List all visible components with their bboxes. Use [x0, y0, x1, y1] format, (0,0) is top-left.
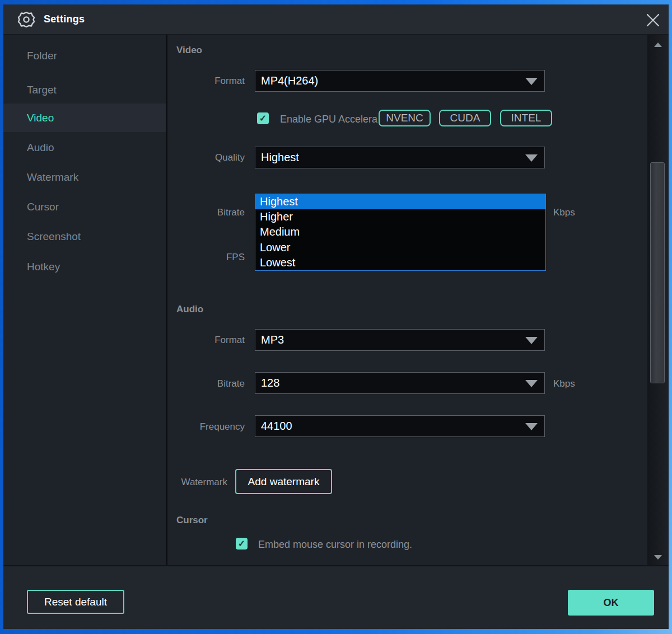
cursor-section-heading: Cursor: [176, 515, 208, 526]
watermark-label: Watermark: [103, 477, 227, 488]
quality-option-highest[interactable]: Highest: [255, 194, 545, 209]
audio-format-label: Format: [120, 335, 245, 346]
gpu-acceleration-label: Enable GPU Accelera: [280, 114, 379, 125]
frequency-label: Frequency: [120, 421, 245, 433]
window-title: Settings: [44, 13, 85, 25]
quality-option-medium[interactable]: Medium: [255, 224, 545, 239]
footer-bar: Reset default OK: [3, 565, 669, 629]
frequency-dropdown[interactable]: 44100: [255, 415, 545, 437]
quality-options-list: Highest Higher Medium Lower Lowest: [255, 194, 546, 271]
audio-bitrate-dropdown[interactable]: 128: [255, 372, 545, 394]
quality-option-lower[interactable]: Lower: [255, 240, 545, 255]
sidebar-item-folder[interactable]: Folder: [3, 41, 166, 70]
gpu-acceleration-checkbox[interactable]: ✓: [257, 112, 269, 124]
scroll-down-arrow-icon[interactable]: [654, 555, 662, 560]
intel-button[interactable]: INTEL: [500, 110, 552, 126]
gear-icon: [17, 10, 36, 29]
close-button[interactable]: [643, 11, 663, 30]
sidebar-item-video[interactable]: Video: [3, 104, 166, 132]
settings-window: Settings Folder Target Video Audio Water…: [3, 4, 669, 629]
title-bar: Settings: [3, 4, 669, 35]
fps-label: FPS: [120, 252, 245, 263]
audio-section-heading: Audio: [176, 304, 203, 315]
chevron-down-icon: [525, 78, 538, 85]
sidebar-item-watermark[interactable]: Watermark: [3, 163, 166, 191]
video-section-heading: Video: [176, 45, 202, 56]
close-icon: [645, 12, 661, 28]
settings-content: Video Format MP4(H264) ✓ Enable GPU Acce…: [167, 35, 647, 565]
embed-cursor-checkbox[interactable]: ✓: [236, 538, 248, 550]
chevron-down-icon: [525, 154, 538, 162]
cuda-button[interactable]: CUDA: [439, 110, 491, 126]
audio-format-dropdown[interactable]: MP3: [255, 329, 545, 351]
video-format-label: Format: [120, 76, 245, 87]
scroll-up-arrow-icon[interactable]: [654, 43, 662, 47]
embed-cursor-label: Embed mouse cursor in recording.: [258, 539, 412, 551]
ok-button[interactable]: OK: [568, 590, 654, 616]
quality-option-higher[interactable]: Higher: [255, 209, 545, 224]
add-watermark-button[interactable]: Add watermark: [235, 469, 332, 494]
nvenc-button[interactable]: NVENC: [379, 110, 431, 126]
scrollbar-thumb[interactable]: [650, 162, 665, 383]
bitrate-unit-label: Kbps: [553, 207, 575, 218]
checkmark-icon: ✓: [259, 113, 267, 124]
checkmark-icon: ✓: [238, 538, 245, 549]
chevron-down-icon: [525, 337, 538, 344]
vertical-scrollbar: [647, 35, 668, 565]
audio-bitrate-label: Bitrate: [120, 378, 245, 389]
quality-dropdown[interactable]: Highest: [255, 147, 545, 168]
quality-option-lowest[interactable]: Lowest: [255, 255, 545, 270]
bitrate-label: Bitrate: [120, 207, 245, 218]
video-format-dropdown[interactable]: MP4(H264): [255, 70, 545, 92]
chevron-down-icon: [525, 423, 538, 430]
audio-bitrate-unit-label: Kbps: [553, 378, 575, 389]
sidebar-item-screenshot[interactable]: Screenshot: [3, 222, 166, 251]
chevron-down-icon: [525, 380, 538, 387]
quality-label: Quality: [120, 152, 245, 163]
reset-default-button[interactable]: Reset default: [27, 590, 124, 614]
